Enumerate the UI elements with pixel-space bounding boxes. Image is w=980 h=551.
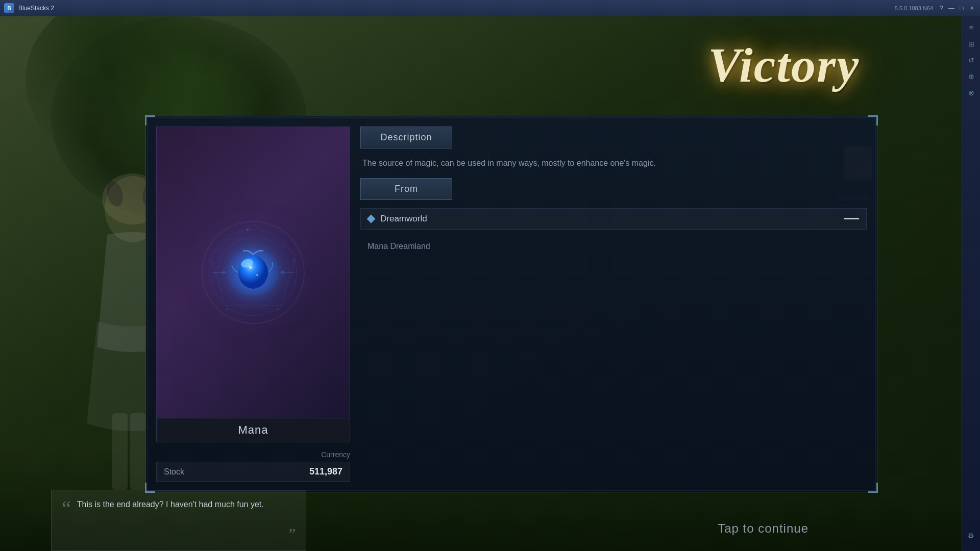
stock-row: Stock 511,987 — [156, 462, 350, 482]
victory-title: Victory — [708, 37, 860, 93]
svg-text:✧: ✧ — [207, 259, 211, 263]
source-item-dreamworld[interactable]: Dreamworld — [360, 208, 867, 230]
svg-text:✦: ✦ — [276, 307, 280, 312]
right-sidebar: ≡ ⊞ ↺ ⊕ ⊗ ⚙ — [962, 16, 980, 551]
source-name: Dreamworld — [380, 214, 838, 224]
item-name-text: Mana — [238, 423, 268, 436]
svg-rect-4 — [112, 413, 128, 490]
close-button[interactable]: × — [968, 4, 976, 12]
restore-button[interactable]: □ — [958, 4, 966, 12]
svg-text:✦: ✦ — [225, 307, 229, 312]
sub-source-text: Mana Dreamland — [360, 238, 867, 255]
sidebar-icon-3[interactable]: ↺ — [965, 54, 977, 66]
description-text: The source of magic, can be used in many… — [360, 157, 867, 170]
svg-text:✧: ✧ — [291, 259, 295, 263]
minimize-button[interactable]: — — [947, 4, 955, 12]
sidebar-icon-1[interactable]: ≡ — [965, 21, 977, 34]
help-button[interactable]: ? — [937, 4, 945, 12]
currency-label: Currency — [156, 450, 350, 459]
description-button[interactable]: Description — [360, 127, 452, 148]
titlebar-title: BlueStacks 2 — [18, 5, 891, 12]
item-right-panel: Description The source of magic, can be … — [360, 127, 867, 482]
item-image-container: ✦ ✧ ✧ ✦ ✦ — [156, 127, 350, 418]
game-area: Victory 554/800 — [0, 16, 962, 551]
quote-area: “ This is the end already? I haven't had… — [51, 490, 306, 551]
svg-point-22 — [249, 266, 252, 269]
mana-orb — [223, 247, 284, 298]
dialog-panel: ✦ ✧ ✧ ✦ ✦ — [145, 116, 877, 492]
corner-decoration-tl — [145, 115, 155, 126]
quote-text: This is the end already? I haven't had m… — [77, 498, 283, 511]
titlebar-controls: ? — □ × — [937, 4, 976, 12]
item-left-panel: ✦ ✧ ✧ ✦ ✦ — [156, 127, 350, 482]
quote-mark-right: ” — [289, 525, 296, 542]
app-logo: B — [4, 3, 14, 13]
sidebar-icon-2[interactable]: ⊞ — [965, 38, 977, 50]
sidebar-icon-5[interactable]: ⊗ — [965, 87, 977, 99]
stock-label: Stock — [164, 467, 184, 477]
source-diamond-icon — [367, 214, 376, 223]
sidebar-settings-icon[interactable]: ⚙ — [965, 530, 977, 542]
quote-content: This is the end already? I haven't had m… — [77, 498, 283, 511]
quote-mark-left: “ — [62, 498, 71, 519]
svg-rect-5 — [130, 413, 145, 490]
sidebar-icon-4[interactable]: ⊕ — [965, 70, 977, 83]
corner-decoration-tr — [868, 115, 878, 126]
stock-value: 511,987 — [309, 466, 342, 477]
svg-point-23 — [256, 274, 258, 276]
from-button[interactable]: From — [360, 178, 452, 200]
item-name-bar: Mana — [156, 418, 350, 442]
tap-continue-text[interactable]: Tap to continue — [718, 521, 808, 536]
source-dash-decoration — [844, 218, 859, 219]
currency-section: Currency Stock 511,987 — [156, 450, 350, 482]
corner-decoration-br — [868, 483, 878, 493]
titlebar: B BlueStacks 2 5.5.0.1083 N64 ? — □ × — [0, 0, 980, 16]
svg-text:✦: ✦ — [246, 227, 250, 233]
titlebar-version: 5.5.0.1083 N64 — [895, 5, 933, 11]
